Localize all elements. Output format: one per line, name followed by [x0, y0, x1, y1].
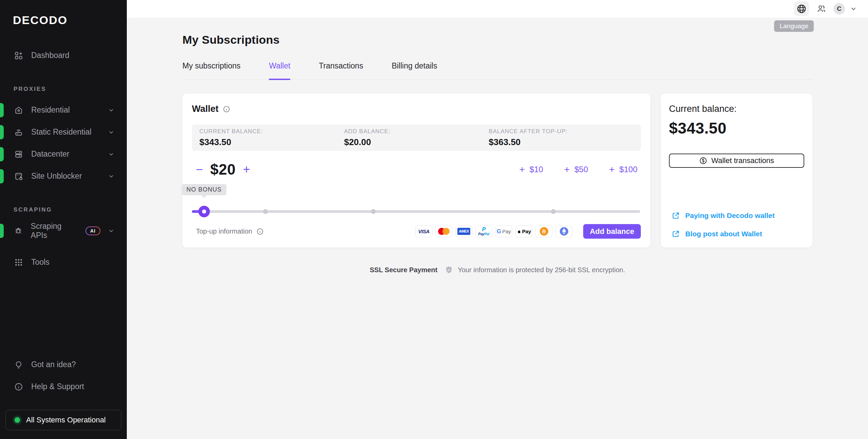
sidebar-nav: Dashboard PROXIES Residential Static Res… — [0, 44, 127, 273]
server-icon — [14, 149, 24, 159]
apple-pay-icon: Pay — [515, 225, 532, 237]
sidebar-item-label: Datacenter — [31, 149, 70, 159]
wallet-info-icon[interactable] — [223, 105, 230, 113]
users-icon — [816, 4, 826, 14]
system-status-button[interactable]: All Systems Operational — [5, 410, 121, 430]
topup-amount: $20 — [210, 161, 236, 178]
balance-summary: CURRENT BALANCE: $343.50 ADD BALANCE: $2… — [192, 124, 641, 151]
wallet-card-footer: Top-up information VISA AMEX PPayPal GPa… — [192, 224, 641, 239]
paypal-icon: PPayPal — [475, 225, 492, 237]
slider-tick[interactable] — [371, 209, 376, 214]
dollar-circle-icon — [699, 157, 707, 165]
ssl-notice: SSL Secure Payment Your information is p… — [182, 266, 812, 274]
sidebar-item-label: Dashboard — [31, 51, 70, 60]
decrease-amount-button[interactable]: − — [192, 163, 207, 176]
avatar-initial: C — [837, 5, 842, 13]
wallet-card: Wallet CURRENT BALANCE: $343.50 ADD BALA… — [182, 94, 650, 247]
amount-slider[interactable] — [192, 206, 640, 217]
language-tooltip: Language — [774, 20, 814, 32]
chevron-down-icon[interactable] — [108, 129, 115, 136]
wallet-transactions-button[interactable]: Wallet transactions — [669, 154, 804, 168]
tab-billing-details[interactable]: Billing details — [392, 61, 437, 80]
slider-tick[interactable] — [263, 209, 268, 214]
browser-lock-icon — [14, 171, 24, 181]
lightbulb-icon — [14, 360, 24, 370]
sidebar-item-residential[interactable]: Residential — [0, 99, 127, 121]
bonus-chip: NO BONUS — [182, 184, 226, 195]
paying-with-wallet-link[interactable]: Paying with Decodo wallet — [672, 212, 804, 220]
language-button[interactable] — [794, 1, 809, 16]
sidebar-section-proxies: PROXIES — [0, 84, 127, 94]
summary-label: BALANCE AFTER TOP-UP: — [489, 128, 633, 135]
info-circle-icon — [14, 382, 24, 392]
active-indicator — [0, 224, 4, 238]
tabs: My subscriptions Wallet Transactions Bil… — [182, 61, 812, 80]
sidebar-item-site-unblocker[interactable]: Site Unblocker — [0, 165, 127, 187]
plus-icon: + — [609, 164, 614, 175]
sidebar-item-static-residential[interactable]: Static Residential — [0, 121, 127, 143]
sidebar-item-datacenter[interactable]: Datacenter — [0, 143, 127, 165]
decodo-logo: DECODO — [0, 0, 127, 27]
cards-row: Wallet CURRENT BALANCE: $343.50 ADD BALA… — [182, 94, 812, 247]
amount-stepper: − $20 + + $10 + $50 + — [192, 161, 641, 178]
topup-information: Top-up information — [192, 227, 264, 235]
slider-tick[interactable] — [551, 209, 556, 214]
status-label: All Systems Operational — [26, 416, 106, 424]
sidebar-item-label: Help & Support — [31, 382, 84, 391]
sidebar-item-label: Tools — [31, 258, 50, 267]
add-balance-button[interactable]: Add balance — [583, 224, 641, 239]
add-50-button[interactable]: + $50 — [564, 164, 588, 175]
tab-wallet[interactable]: Wallet — [269, 61, 290, 80]
increase-amount-button[interactable]: + — [239, 163, 254, 176]
active-indicator — [0, 125, 4, 139]
current-balance-card: Current balance: $343.50 Wallet transact… — [661, 94, 812, 247]
sidebar-item-tools[interactable]: Tools — [0, 251, 127, 273]
sidebar-item-label: Static Residential — [31, 127, 92, 137]
mastercard-icon — [435, 225, 452, 237]
blog-post-wallet-link[interactable]: Blog post about Wallet — [672, 230, 804, 238]
tab-transactions[interactable]: Transactions — [319, 61, 363, 80]
main-area: C Language My Subscriptions My subscript… — [127, 0, 868, 439]
visa-icon: VISA — [415, 225, 432, 237]
account-chevron-down-icon[interactable] — [850, 5, 857, 13]
grid-dots-icon — [14, 257, 24, 267]
dashboard-icon — [14, 51, 24, 61]
chevron-down-icon[interactable] — [108, 151, 115, 158]
sidebar-item-label: Residential — [31, 105, 70, 115]
chevron-down-icon[interactable] — [108, 107, 115, 114]
content: My Subscriptions My subscriptions Wallet… — [127, 18, 868, 274]
external-link-icon — [672, 212, 680, 220]
house-icon — [14, 105, 24, 115]
sub-users-button[interactable] — [814, 1, 829, 16]
avatar[interactable]: C — [833, 3, 845, 15]
active-indicator — [0, 103, 4, 117]
slider-track[interactable] — [192, 210, 640, 213]
sidebar-item-got-an-idea[interactable]: Got an idea? — [0, 354, 127, 376]
ethereum-icon — [555, 225, 572, 237]
ai-badge: AI — [85, 226, 100, 235]
sidebar-item-dashboard[interactable]: Dashboard — [0, 44, 127, 66]
globe-icon — [796, 4, 807, 14]
active-indicator — [0, 169, 4, 183]
summary-label: CURRENT BALANCE: — [199, 128, 344, 135]
ssl-text: Your information is protected by 256-bit… — [458, 266, 625, 274]
chevron-down-icon[interactable] — [108, 173, 115, 180]
sidebar-footer: Got an idea? Help & Support All Systems … — [0, 354, 127, 439]
slider-thumb[interactable] — [198, 206, 210, 217]
amex-icon: AMEX — [455, 225, 472, 237]
chevron-down-icon[interactable] — [108, 227, 115, 234]
external-link-icon — [672, 230, 680, 238]
sidebar-item-help-support[interactable]: Help & Support — [0, 376, 127, 398]
add-100-button[interactable]: + $100 — [609, 164, 637, 175]
summary-value: $343.50 — [199, 137, 344, 147]
sidebar-item-scraping-apis[interactable]: Scraping APIs AI — [0, 220, 127, 242]
sidebar-item-label: Got an idea? — [31, 360, 76, 369]
active-indicator — [0, 147, 4, 161]
topup-info-icon[interactable] — [256, 228, 264, 235]
current-balance-title: Current balance: — [669, 104, 804, 114]
status-dot-icon — [15, 417, 20, 423]
add-10-button[interactable]: + $10 — [519, 164, 543, 175]
bitcoin-icon: B — [535, 225, 552, 237]
tab-my-subscriptions[interactable]: My subscriptions — [182, 61, 240, 80]
plus-icon: + — [564, 164, 570, 175]
